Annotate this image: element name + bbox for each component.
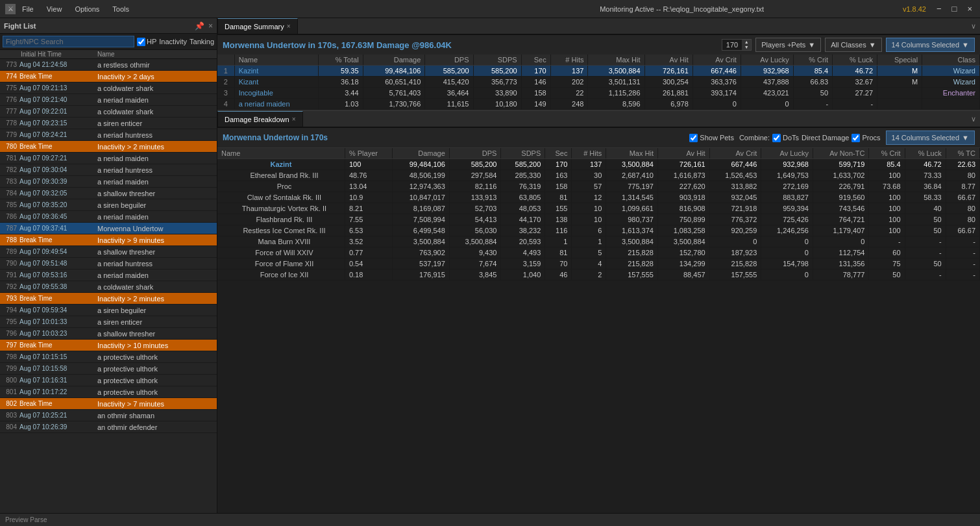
- summary-table-row[interactable]: 3 Incogitable 3.44 5,761,403 36,464 33,8…: [217, 88, 980, 99]
- fight-list-row[interactable]: 773 Aug 04 21:24:58 a restless othmir: [0, 59, 217, 71]
- fight-list-row[interactable]: 774 Break Time Inactivity > 2 days: [0, 71, 217, 82]
- bd-pct-crit: 75: [869, 258, 905, 269]
- breakdown-table-row[interactable]: Force of Ice XII 0.18 176,915 3,845 1,04…: [217, 269, 980, 281]
- inactivity-filter[interactable]: Inactivity: [159, 38, 187, 45]
- hp-checkbox[interactable]: [137, 38, 145, 46]
- fight-list-row[interactable]: 794 Aug 07 09:59:34 a siren beguiler: [0, 305, 217, 316]
- window-controls[interactable]: − □ ×: [934, 4, 975, 14]
- minimize-button[interactable]: −: [934, 4, 944, 14]
- breakdown-table-row[interactable]: Claw of Sontalak Rk. III 10.9 10,847,017…: [217, 192, 980, 203]
- fight-list-row[interactable]: 788 Break Time Inactivity > 9 minutes: [0, 234, 217, 246]
- fight-list-row[interactable]: 804 Aug 07 10:26:39 an othmir defender: [0, 421, 217, 433]
- summary-table-row[interactable]: 1 Kazint 59.35 99,484,106 585,200 585,20…: [217, 66, 980, 77]
- breakdown-table-row[interactable]: Restless Ice Comet Rk. III 6.53 6,499,54…: [217, 225, 980, 236]
- fight-list-row[interactable]: 799 Aug 07 10:15:58 a protective ulthork: [0, 363, 217, 375]
- summary-table-row[interactable]: 2 Kizant 36.18 60,651,410 415,420 356,77…: [217, 77, 980, 88]
- fight-list-row[interactable]: 781 Aug 07 09:27:21 a neriad maiden: [0, 153, 217, 164]
- summary-table-row[interactable]: 4 a neriad maiden 1.03 1,730,766 11,615 …: [217, 99, 980, 110]
- fight-list-row[interactable]: 801 Aug 07 10:17:22 a protective ulthork: [0, 386, 217, 398]
- hp-filter[interactable]: HP: [137, 38, 156, 46]
- breakdown-table-row[interactable]: Proc 13.04 12,974,363 82,116 76,319 158 …: [217, 181, 980, 192]
- damage-breakdown-tab[interactable]: Damage Breakdown ×: [217, 111, 303, 127]
- fight-list-row[interactable]: 782 Aug 07 09:30:04 a neriad huntress: [0, 164, 217, 176]
- breakdown-table-row[interactable]: Flashbrand Rk. III 7.55 7,508,994 54,413…: [217, 214, 980, 225]
- fight-list-row[interactable]: 797 Break Time Inactivity > 10 minutes: [0, 340, 217, 351]
- fight-list-row[interactable]: 803 Aug 07 10:25:21 an othmir shaman: [0, 410, 217, 421]
- fight-list[interactable]: 773 Aug 04 21:24:58 a restless othmir 77…: [0, 59, 217, 513]
- fight-list-row[interactable]: 802 Break Time Inactivity > 7 minutes: [0, 398, 217, 410]
- fight-list-row[interactable]: 780 Break Time Inactivity > 2 minutes: [0, 141, 217, 153]
- procs-checkbox[interactable]: [851, 134, 860, 142]
- maximize-button[interactable]: □: [949, 4, 960, 14]
- fight-list-row[interactable]: 776 Aug 07 09:21:40 a neriad maiden: [0, 94, 217, 106]
- fight-list-row[interactable]: 793 Break Time Inactivity > 2 minutes: [0, 293, 217, 305]
- fight-list-row[interactable]: 795 Aug 07 10:01:33 a siren enticer: [0, 316, 217, 328]
- pin-icon[interactable]: 📌: [195, 21, 204, 31]
- bd-name-cell: Flashbrand Rk. III: [217, 214, 345, 225]
- close-panel-icon[interactable]: ×: [208, 21, 213, 31]
- fight-list-row[interactable]: 786 Aug 07 09:36:45 a neriad maiden: [0, 211, 217, 223]
- bd-pct-player: 0.18: [345, 269, 392, 281]
- fight-num: 777: [0, 108, 19, 115]
- menu-bar[interactable]: File View Options Tools: [19, 4, 461, 14]
- fight-list-row[interactable]: 783 Aug 07 09:30:39 a neriad maiden: [0, 176, 217, 188]
- menu-file[interactable]: File: [19, 4, 36, 14]
- fight-list-row[interactable]: 790 Aug 07 09:51:48 a neriad huntress: [0, 258, 217, 269]
- menu-view[interactable]: View: [44, 4, 65, 14]
- summary-tab-bar: Damage Summary × ∨: [217, 18, 980, 35]
- show-pets-checkbox[interactable]: [689, 134, 698, 142]
- collapse-summary-btn[interactable]: ∨: [971, 22, 976, 31]
- fight-name: a siren enticer: [97, 318, 217, 326]
- bd-name-cell: Force of Ice XII: [217, 269, 345, 281]
- damage-summary-tab[interactable]: Damage Summary ×: [217, 18, 298, 34]
- panel-controls[interactable]: 📌 ×: [195, 21, 213, 31]
- menu-options[interactable]: Options: [72, 4, 102, 14]
- fight-list-row[interactable]: 800 Aug 07 10:16:31 a protective ulthork: [0, 375, 217, 386]
- fight-list-row[interactable]: 787 Aug 07 09:37:41 Morwenna Undertow: [0, 223, 217, 234]
- fight-name: a neriad maiden: [97, 178, 217, 186]
- fight-num: 792: [0, 283, 19, 290]
- breakdown-table-row[interactable]: Thaumaturgic Vortex Rk. II 8.21 8,169,08…: [217, 203, 980, 214]
- breakdown-table-row[interactable]: Mana Burn XVIII 3.52 3,500,884 3,500,884…: [217, 236, 980, 247]
- bd-max-hit: 215,828: [606, 247, 658, 258]
- summary-tab-close[interactable]: ×: [287, 23, 291, 30]
- fight-list-row[interactable]: 775 Aug 07 09:21:13 a coldwater shark: [0, 82, 217, 94]
- fight-list-row[interactable]: 789 Aug 07 09:49:54 a shallow thresher: [0, 246, 217, 258]
- fight-list-row[interactable]: 796 Aug 07 10:03:23 a shallow thresher: [0, 328, 217, 340]
- breakdown-columns-btn[interactable]: 14 Columns Selected ▼: [886, 131, 975, 145]
- fight-list-row[interactable]: 798 Aug 07 10:15:15 a protective ulthork: [0, 351, 217, 363]
- close-button[interactable]: ×: [964, 4, 975, 14]
- fight-list-row[interactable]: 785 Aug 07 09:35:20 a siren beguiler: [0, 199, 217, 211]
- show-pets-label[interactable]: Show Pets: [689, 134, 734, 142]
- duration-spinner[interactable]: 170 ▲ ▼: [722, 39, 752, 51]
- breakdown-table-row[interactable]: Force of Will XXIV 0.77 763,902 9,430 4,…: [217, 247, 980, 258]
- spinner-buttons[interactable]: ▲ ▼: [742, 40, 751, 50]
- fight-list-row[interactable]: 792 Aug 07 09:55:38 a coldwater shark: [0, 281, 217, 293]
- breakdown-table-row[interactable]: Kazint 100 99,484,106 585,200 585,200 17…: [217, 159, 980, 170]
- bd-hits: 6: [572, 225, 606, 236]
- procs-label[interactable]: Procs: [851, 134, 880, 142]
- collapse-breakdown-btn[interactable]: ∨: [971, 115, 976, 123]
- bd-damage: 6,499,548: [393, 225, 450, 236]
- fight-list-row[interactable]: 791 Aug 07 09:53:16 a neriad maiden: [0, 269, 217, 281]
- dots-label[interactable]: DoTs: [772, 134, 799, 142]
- fight-list-row[interactable]: 777 Aug 07 09:22:01 a coldwater shark: [0, 106, 217, 118]
- spinner-down[interactable]: ▼: [742, 45, 751, 50]
- classes-filter-dropdown[interactable]: All Classes ▼: [825, 38, 881, 52]
- fight-list-row[interactable]: 784 Aug 07 09:32:05 a shallow thresher: [0, 188, 217, 199]
- bd-pct-crit: 100: [869, 225, 905, 236]
- fight-list-row[interactable]: 778 Aug 07 09:23:15 a siren enticer: [0, 118, 217, 129]
- bd-av-non-tc: 78,777: [813, 269, 868, 281]
- breakdown-tab-close[interactable]: ×: [292, 116, 296, 123]
- preview-parse-btn[interactable]: Preview Parse: [5, 516, 47, 523]
- breakdown-table-row[interactable]: Ethereal Brand Rk. III 48.76 48,506,199 …: [217, 170, 980, 181]
- columns-selected-btn[interactable]: 14 Columns Selected ▼: [886, 38, 975, 52]
- tanking-filter[interactable]: Tanking: [190, 38, 214, 45]
- dots-checkbox[interactable]: [772, 134, 781, 142]
- players-filter-dropdown[interactable]: Players +Pets ▼: [755, 38, 821, 52]
- fight-list-row[interactable]: 779 Aug 07 09:24:21 a neriad huntress: [0, 129, 217, 141]
- spinner-up[interactable]: ▲: [742, 40, 751, 45]
- menu-tools[interactable]: Tools: [110, 4, 132, 14]
- breakdown-table-row[interactable]: Force of Flame XII 0.54 537,197 7,674 3,…: [217, 258, 980, 269]
- search-input[interactable]: [3, 36, 134, 47]
